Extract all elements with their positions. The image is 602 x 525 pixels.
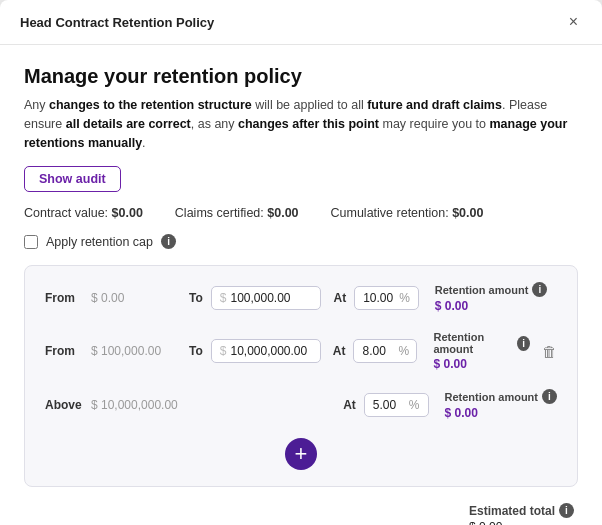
tier2-from-label: From xyxy=(45,344,83,358)
tier-row-3: Above $ 10,000,000.00 At % Retention amo… xyxy=(45,389,557,420)
tier2-to-label: To xyxy=(189,344,203,358)
tier3-pct-icon: % xyxy=(409,398,420,412)
tier-row-1: From $ 0.00 To $ At % Retention amount i… xyxy=(45,282,557,313)
modal-header: Head Contract Retention Policy × xyxy=(0,0,602,45)
apply-retention-cap-checkbox[interactable] xyxy=(24,235,38,249)
tier2-pct-icon: % xyxy=(398,344,409,358)
tier3-above-label: Above xyxy=(45,398,83,412)
show-audit-button[interactable]: Show audit xyxy=(24,166,121,192)
tiers-box: From $ 0.00 To $ At % Retention amount i… xyxy=(24,265,578,487)
contract-label: Contract value: xyxy=(24,206,108,220)
tier1-retention-info-icon: i xyxy=(532,282,547,297)
tier1-retention-value: $ 0.00 xyxy=(435,299,548,313)
tier1-at-label: At xyxy=(333,291,346,305)
estimated-total-block: Estimated total i $ 0.00 xyxy=(469,503,574,525)
cap-row: Apply retention cap i xyxy=(24,234,578,249)
tier1-pct-icon: % xyxy=(399,291,410,305)
claims-value: $0.00 xyxy=(267,206,298,220)
desc-bold3: all details are correct xyxy=(66,117,191,131)
contract-value-item: Contract value: $0.00 xyxy=(24,206,143,220)
tier3-at-label: At xyxy=(343,398,356,412)
cumulative-retention-item: Cumulative retention: $0.00 xyxy=(331,206,484,220)
cap-label: Apply retention cap xyxy=(46,235,153,249)
tier2-to-input-wrap[interactable]: $ xyxy=(211,339,321,363)
tier2-to-input[interactable] xyxy=(230,344,312,358)
modal-body: Manage your retention policy Any changes… xyxy=(0,45,602,525)
tier1-from-label: From xyxy=(45,291,83,305)
estimated-label: Estimated total i xyxy=(469,503,574,518)
tier3-from-value: $ 10,000,000.00 xyxy=(91,398,201,412)
cap-info-icon: i xyxy=(161,234,176,249)
tier1-rate-wrap[interactable]: % xyxy=(354,286,419,310)
tier1-retention-amount: Retention amount i $ 0.00 xyxy=(435,282,548,313)
tier3-retention-label: Retention amount i xyxy=(445,389,558,404)
tier2-retention-value: $ 0.00 xyxy=(433,357,530,371)
modal-close-button[interactable]: × xyxy=(565,12,582,32)
desc-bold1: changes to the retention structure xyxy=(49,98,252,112)
cumulative-value: $0.00 xyxy=(452,206,483,220)
desc-bold2: future and draft claims xyxy=(367,98,502,112)
tier2-at-label: At xyxy=(333,344,346,358)
tier3-retention-amount: Retention amount i $ 0.00 xyxy=(445,389,558,420)
tier2-delete-button[interactable]: 🗑 xyxy=(542,343,557,360)
estimated-total-row: Estimated total i $ 0.00 xyxy=(24,503,578,525)
tier2-retention-label: Retention amount i xyxy=(433,331,530,355)
tier3-retention-value: $ 0.00 xyxy=(445,406,558,420)
section-title: Manage your retention policy xyxy=(24,65,578,88)
tier2-retention-info-icon: i xyxy=(517,336,530,351)
tier1-to-input[interactable] xyxy=(230,291,312,305)
tier3-rate-input[interactable] xyxy=(373,398,409,412)
tier2-currency-icon: $ xyxy=(220,344,227,358)
tier1-currency-icon: $ xyxy=(220,291,227,305)
modal-title: Head Contract Retention Policy xyxy=(20,15,214,30)
modal-container: Head Contract Retention Policy × Manage … xyxy=(0,0,602,525)
cumulative-label: Cumulative retention: xyxy=(331,206,449,220)
add-tier-button[interactable]: + xyxy=(285,438,317,470)
estimated-info-icon: i xyxy=(559,503,574,518)
claims-label: Claims certified: xyxy=(175,206,264,220)
tier1-retention-label: Retention amount i xyxy=(435,282,548,297)
tier3-retention-info-icon: i xyxy=(542,389,557,404)
tier1-to-label: To xyxy=(189,291,203,305)
tier1-from-value: $ 0.00 xyxy=(91,291,181,305)
desc-bold4: changes after this point xyxy=(238,117,379,131)
tier3-rate-wrap[interactable]: % xyxy=(364,393,429,417)
tier1-to-input-wrap[interactable]: $ xyxy=(211,286,322,310)
tier1-rate-input[interactable] xyxy=(363,291,399,305)
claims-certified-item: Claims certified: $0.00 xyxy=(175,206,299,220)
tier2-from-value: $ 100,000.00 xyxy=(91,344,181,358)
add-tier-row: + xyxy=(45,438,557,470)
contract-value: $0.00 xyxy=(112,206,143,220)
estimated-value: $ 0.00 xyxy=(469,520,574,525)
description: Any changes to the retention structure w… xyxy=(24,96,578,152)
tier2-rate-wrap[interactable]: % xyxy=(353,339,417,363)
tier2-retention-amount: Retention amount i $ 0.00 xyxy=(433,331,530,371)
meta-row: Contract value: $0.00 Claims certified: … xyxy=(24,206,578,220)
tier-row-2: From $ 100,000.00 To $ At % Retention am… xyxy=(45,331,557,371)
tier2-rate-input[interactable] xyxy=(362,344,398,358)
